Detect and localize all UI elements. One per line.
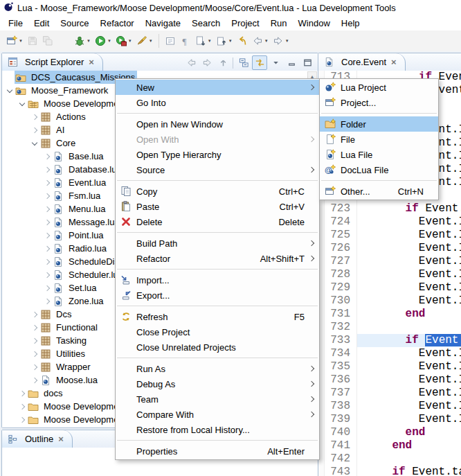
menubar-item-edit[interactable]: Edit bbox=[28, 17, 55, 30]
menubar-item-run[interactable]: Run bbox=[265, 17, 293, 30]
expand-chevron-icon[interactable] bbox=[30, 336, 39, 346]
submenu-item-folder[interactable]: Folder bbox=[320, 116, 438, 132]
expand-chevron-icon[interactable] bbox=[30, 376, 39, 385]
expand-chevron-icon[interactable] bbox=[30, 323, 39, 333]
back-button[interactable]: ▼ bbox=[251, 33, 270, 49]
paintbrush-button[interactable]: ▼ bbox=[135, 33, 154, 49]
expand-chevron-icon[interactable] bbox=[17, 402, 27, 412]
menubar-item-help[interactable]: Help bbox=[336, 17, 365, 30]
submenu-item-file[interactable]: File bbox=[320, 132, 438, 147]
context-menu-item-source[interactable]: Source bbox=[116, 162, 319, 177]
next-annotation-button[interactable]: ▼ bbox=[194, 33, 213, 49]
expand-chevron-icon[interactable] bbox=[42, 218, 52, 227]
expand-chevron-icon[interactable] bbox=[30, 349, 39, 359]
context-menu-item-refresh[interactable]: RefreshF5 bbox=[116, 309, 319, 324]
block-selection-button[interactable] bbox=[163, 33, 177, 49]
context-menu-item-paste[interactable]: PasteCtrl+V bbox=[116, 199, 319, 214]
submenu-item-doclua-file[interactable]: @DocLua File bbox=[320, 162, 438, 177]
context-menu-item-debug-as[interactable]: Debug As bbox=[116, 376, 319, 391]
collapse-chevron-icon[interactable] bbox=[17, 99, 27, 109]
context-menu-item-close-unrelated-projects[interactable]: Close Unrelated Projects bbox=[116, 340, 319, 355]
dropdown-arrow-icon[interactable]: ▼ bbox=[19, 39, 23, 43]
context-menu-item-restore-from-local-history[interactable]: Restore from Local History... bbox=[116, 422, 319, 437]
expand-chevron-icon[interactable] bbox=[42, 178, 52, 188]
expand-chevron-icon[interactable] bbox=[42, 191, 52, 201]
expand-chevron-icon[interactable] bbox=[42, 165, 52, 175]
forward-button[interactable]: ▼ bbox=[271, 33, 291, 49]
dropdown-arrow-icon[interactable]: ▼ bbox=[264, 39, 269, 43]
context-menu-item-compare-with[interactable]: Compare With bbox=[116, 407, 319, 422]
previous-annotation-button[interactable]: ▼ bbox=[215, 33, 234, 49]
menubar-item-search[interactable]: Search bbox=[186, 17, 226, 30]
expand-chevron-icon[interactable] bbox=[17, 415, 27, 425]
submenu-item-project[interactable]: Project... bbox=[320, 95, 438, 110]
minimize-button[interactable] bbox=[284, 55, 299, 70]
expand-chevron-icon[interactable] bbox=[42, 257, 52, 267]
expand-chevron-icon[interactable] bbox=[42, 244, 52, 254]
line-number: 737 bbox=[325, 387, 356, 400]
expand-chevron-icon[interactable] bbox=[30, 125, 39, 135]
expand-chevron-icon[interactable] bbox=[42, 231, 52, 240]
collapse-all-button[interactable] bbox=[236, 55, 251, 70]
expand-chevron-icon[interactable] bbox=[30, 112, 39, 122]
context-menu-item-delete[interactable]: DeleteDelete bbox=[116, 214, 319, 229]
menubar-item-source[interactable]: Source bbox=[55, 17, 94, 30]
tab-core-event[interactable]: Core.Event × bbox=[318, 53, 406, 71]
dropdown-arrow-icon[interactable]: ▼ bbox=[208, 39, 212, 43]
context-menu-item-properties[interactable]: PropertiesAlt+Enter bbox=[116, 443, 319, 459]
dropdown-arrow-icon[interactable]: ▼ bbox=[128, 39, 132, 43]
context-menu-item-go-into[interactable]: Go Into bbox=[116, 95, 319, 110]
close-icon[interactable]: × bbox=[89, 58, 94, 67]
expand-chevron-icon[interactable] bbox=[42, 204, 52, 214]
submenu-item-lua-project[interactable]: Lua Project bbox=[320, 80, 438, 95]
tab-outline[interactable]: Outline × bbox=[2, 430, 73, 448]
dropdown-arrow-icon[interactable]: ▼ bbox=[87, 39, 91, 43]
context-menu-item-refactor[interactable]: RefactorAlt+Shift+T bbox=[116, 251, 319, 266]
new-wizard-button[interactable]: ▼ bbox=[5, 33, 24, 49]
dropdown-arrow-icon[interactable]: ▼ bbox=[285, 39, 289, 43]
dropdown-arrow-icon[interactable]: ▼ bbox=[228, 39, 233, 43]
run-external-button[interactable]: ▼ bbox=[114, 33, 134, 49]
expand-chevron-icon[interactable] bbox=[17, 389, 27, 398]
dropdown-arrow-icon[interactable]: ▼ bbox=[149, 39, 153, 43]
tab-script-explorer[interactable]: Script Explorer × bbox=[2, 53, 103, 71]
back-nav-button[interactable] bbox=[183, 55, 199, 70]
submenu-item-other[interactable]: Other...Ctrl+N bbox=[320, 184, 438, 199]
context-menu-item-team[interactable]: Team bbox=[116, 391, 319, 407]
context-menu-item-close-project[interactable]: Close Project bbox=[116, 324, 319, 340]
menubar-item-file[interactable]: File bbox=[3, 17, 28, 30]
view-menu-button[interactable] bbox=[268, 55, 283, 70]
link-with-editor-button[interactable] bbox=[252, 55, 267, 70]
forward-nav-button[interactable] bbox=[199, 55, 215, 70]
menubar-item-project[interactable]: Project bbox=[226, 17, 264, 30]
collapse-chevron-icon[interactable] bbox=[5, 86, 15, 96]
expand-chevron-icon[interactable] bbox=[42, 283, 52, 293]
last-edit-location-button[interactable] bbox=[235, 33, 249, 49]
close-icon[interactable]: × bbox=[58, 434, 64, 443]
context-menu-item-run-as[interactable]: Run As bbox=[116, 361, 319, 376]
show-whitespace-button[interactable]: ¶ bbox=[179, 33, 192, 49]
context-menu-item-open-type-hierarchy[interactable]: Open Type Hierarchy bbox=[116, 147, 319, 162]
context-menu-item-build-path[interactable]: Build Path bbox=[116, 236, 319, 251]
close-icon[interactable]: × bbox=[391, 58, 397, 67]
run-button[interactable]: ▼ bbox=[93, 33, 113, 49]
maximize-button[interactable] bbox=[300, 55, 315, 70]
expand-chevron-icon[interactable] bbox=[42, 297, 52, 306]
expand-chevron-icon[interactable] bbox=[42, 152, 52, 161]
expand-chevron-icon[interactable] bbox=[30, 310, 39, 319]
menubar-item-navigate[interactable]: Navigate bbox=[140, 17, 186, 30]
menubar-item-window[interactable]: Window bbox=[293, 17, 336, 30]
collapse-chevron-icon[interactable] bbox=[30, 139, 39, 148]
context-menu-item-import[interactable]: Import... bbox=[116, 272, 319, 288]
dropdown-arrow-icon[interactable]: ▼ bbox=[107, 39, 111, 43]
expand-chevron-icon[interactable] bbox=[30, 362, 39, 372]
context-menu-item-copy[interactable]: CopyCtrl+C bbox=[116, 184, 319, 199]
context-menu-item-export[interactable]: Export... bbox=[116, 288, 319, 303]
expand-chevron-icon[interactable] bbox=[42, 270, 52, 280]
up-nav-button[interactable] bbox=[215, 55, 230, 70]
submenu-item-lua-file[interactable]: Lua File bbox=[320, 147, 438, 162]
context-menu-item-open-in-new-window[interactable]: Open in New Window bbox=[116, 116, 319, 132]
menubar-item-refactor[interactable]: Refactor bbox=[95, 17, 140, 30]
context-menu-item-new[interactable]: New bbox=[116, 80, 319, 95]
debug-button[interactable]: ▼ bbox=[73, 33, 92, 49]
